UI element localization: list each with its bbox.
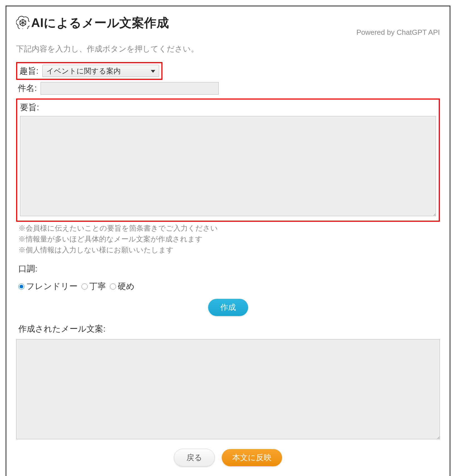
ai-mail-draft-panel: AIによるメール文案作成 Powered by ChatGPT API 下記内容… bbox=[6, 6, 450, 476]
summary-hints: ※会員様に伝えたいことの要旨を箇条書きでご入力ください ※情報量が多いほど具体的… bbox=[16, 223, 440, 255]
subject-row: 件名: bbox=[16, 82, 440, 95]
tone-radio-formal[interactable] bbox=[110, 283, 116, 290]
purpose-select-wrapper: イベントに関する案内 bbox=[42, 65, 159, 77]
tone-radio-label: 硬め bbox=[118, 281, 135, 292]
tone-radio-label: 丁寧 bbox=[89, 281, 106, 292]
summary-textarea[interactable] bbox=[20, 116, 436, 216]
tone-option-formal[interactable]: 硬め bbox=[110, 281, 135, 292]
purpose-label: 趣旨: bbox=[19, 65, 38, 77]
header-row: AIによるメール文案作成 Powered by ChatGPT API bbox=[16, 15, 440, 37]
tone-radio-label: フレンドリー bbox=[26, 281, 78, 292]
tone-option-polite[interactable]: 丁寧 bbox=[82, 281, 106, 292]
subject-label: 件名: bbox=[18, 83, 37, 94]
tone-radio-group: フレンドリー 丁寧 硬め bbox=[18, 281, 440, 292]
instruction-text: 下記内容を入力し、作成ボタンを押してください。 bbox=[16, 44, 440, 54]
output-label: 作成されたメール文案: bbox=[16, 323, 440, 335]
purpose-row: 趣旨: イベントに関する案内 bbox=[16, 62, 162, 80]
subject-input[interactable] bbox=[41, 82, 219, 95]
tone-option-friendly[interactable]: フレンドリー bbox=[18, 281, 78, 292]
back-button[interactable]: 戻る bbox=[174, 449, 215, 467]
summary-block: 要旨: bbox=[16, 98, 440, 222]
output-textarea[interactable] bbox=[16, 339, 440, 439]
openai-logo-icon bbox=[16, 16, 29, 31]
tone-radio-friendly[interactable] bbox=[18, 283, 24, 290]
create-button[interactable]: 作成 bbox=[208, 299, 248, 316]
tone-radio-polite[interactable] bbox=[82, 283, 88, 290]
hint-line: ※情報量が多いほど具体的なメール文案が作成されます bbox=[18, 234, 440, 245]
summary-label: 要旨: bbox=[20, 102, 436, 113]
hint-line: ※個人情報は入力しない様にお願いいたします bbox=[18, 245, 440, 255]
tone-section: 口調: フレンドリー 丁寧 硬め bbox=[16, 263, 440, 292]
powered-by-text: Powered by ChatGPT API bbox=[356, 28, 440, 37]
page-title: AIによるメール文案作成 bbox=[31, 15, 169, 31]
title-group: AIによるメール文案作成 bbox=[16, 15, 169, 31]
tone-label: 口調: bbox=[18, 263, 440, 275]
create-button-row: 作成 bbox=[16, 299, 440, 316]
bottom-button-row: 戻る 本文に反映 bbox=[16, 449, 440, 467]
apply-button[interactable]: 本文に反映 bbox=[222, 449, 282, 466]
purpose-select[interactable]: イベントに関する案内 bbox=[42, 65, 159, 77]
hint-line: ※会員様に伝えたいことの要旨を箇条書きでご入力ください bbox=[18, 223, 440, 234]
